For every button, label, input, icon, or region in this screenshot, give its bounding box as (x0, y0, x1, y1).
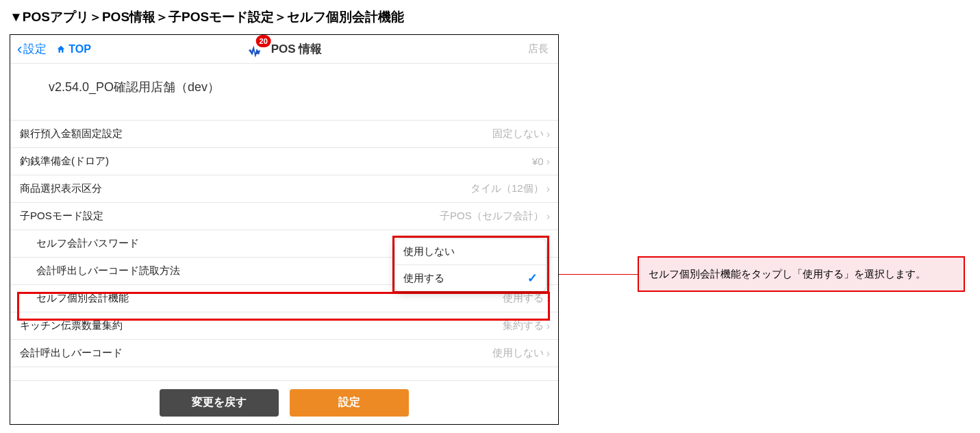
row-checkout-call-barcode[interactable]: 会計呼出しバーコード 使用しない › (10, 340, 558, 367)
row-label: キッチン伝票数量集約 (20, 319, 123, 332)
row-label: 子POSモード設定 (20, 210, 103, 223)
row-bank-deposit-fixed[interactable]: 銀行預入金額固定設定 固定しない › (10, 121, 558, 148)
revert-button[interactable]: 変更を戻す (160, 389, 279, 417)
row-value: 子POS（セルフ会計） (440, 210, 544, 223)
row-label: 商品選択表示区分 (20, 182, 102, 195)
chevron-right-icon: › (546, 156, 550, 168)
notification-icon[interactable]: 20 (247, 40, 264, 58)
row-value-wrap: 集約する › (503, 319, 550, 332)
nav-center: 20 POS 情報 (247, 40, 323, 58)
row-value: タイル（12個） (470, 182, 544, 195)
option-label: 使用する (403, 272, 444, 285)
connector-line (559, 274, 638, 275)
row-value: 固定しない (492, 127, 544, 140)
option-disable[interactable]: 使用しない (395, 239, 546, 265)
row-label: 銀行預入金額固定設定 (20, 127, 123, 140)
row-value-wrap: 固定しない › (492, 127, 550, 140)
user-label[interactable]: 店長 (528, 42, 549, 55)
chevron-right-icon: › (546, 183, 550, 195)
chevron-right-icon: › (546, 320, 550, 332)
back-label: 設定 (23, 41, 47, 57)
row-label: セルフ会計パスワード (36, 237, 139, 250)
row-value: 使用しない (492, 347, 544, 360)
notification-badge: 20 (256, 35, 271, 47)
option-popover: 使用しない 使用する ✓ (395, 239, 546, 291)
nav-left: ‹ 設定 TOP (10, 41, 91, 57)
row-child-pos-mode[interactable]: 子POSモード設定 子POS（セルフ会計） › (10, 203, 558, 230)
row-value-wrap: 使用しない › (492, 347, 550, 360)
row-change-fund-drawer[interactable]: 釣銭準備金(ドロア) ¥0 › (10, 148, 558, 175)
nav-bar: ‹ 設定 TOP 20 POS 情報 店長 (10, 35, 558, 64)
home-icon (56, 45, 66, 54)
chevron-right-icon: › (546, 128, 550, 140)
row-label: 会計呼出しバーコード読取方法 (36, 264, 180, 277)
chevron-right-icon: › (546, 347, 550, 360)
chevron-left-icon: ‹ (17, 42, 22, 57)
row-value-wrap: ¥0 › (532, 156, 550, 168)
device-frame: ‹ 設定 TOP 20 POS 情報 店長 v2.54.0_PO確認用店舗（de… (10, 34, 559, 425)
back-button[interactable]: ‹ 設定 (17, 41, 47, 57)
home-button[interactable]: TOP (56, 43, 91, 55)
home-label: TOP (68, 43, 91, 55)
store-name: v2.54.0_PO確認用店舗（dev） (10, 64, 558, 120)
row-value-wrap: タイル（12個） › (470, 182, 550, 195)
footer-bar: 変更を戻す 設定 (10, 380, 558, 424)
apply-button[interactable]: 設定 (290, 389, 409, 417)
row-label: 会計呼出しバーコード (20, 347, 123, 360)
option-enable[interactable]: 使用する ✓ (395, 265, 546, 291)
highlight-row (17, 292, 550, 321)
option-label: 使用しない (403, 245, 455, 258)
row-value: ¥0 (532, 156, 544, 167)
page-title: POS 情報 (271, 41, 323, 57)
check-icon: ✓ (527, 271, 538, 286)
row-label: 釣銭準備金(ドロア) (20, 155, 109, 168)
row-value: 集約する (503, 319, 544, 332)
row-value-wrap: 子POS（セルフ会計） › (440, 210, 550, 223)
annotation-callout: セルフ個別会計機能をタップし「使用する」を選択します。 (638, 256, 965, 292)
row-product-display-type[interactable]: 商品選択表示区分 タイル（12個） › (10, 175, 558, 203)
breadcrumb-heading: ▼POSアプリ＞POS情報＞子POSモード設定＞セルフ個別会計機能 (0, 0, 980, 34)
chevron-right-icon: › (546, 210, 550, 223)
